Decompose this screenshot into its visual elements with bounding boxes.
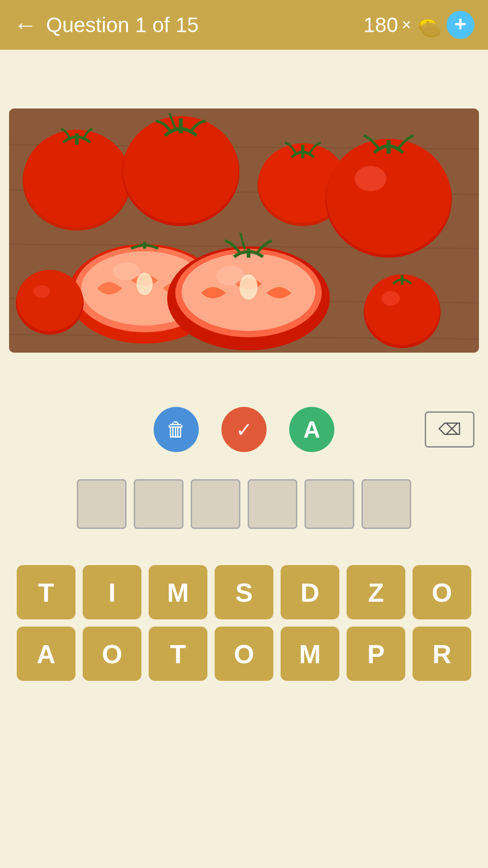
letter-btn-I-0[interactable]: I xyxy=(83,565,141,619)
header-right: 180 × $ + xyxy=(363,11,474,39)
letter-btn-A-1[interactable]: A xyxy=(17,627,75,681)
letter-btn-R-1[interactable]: R xyxy=(413,627,471,681)
question-image xyxy=(9,108,479,353)
check-button[interactable]: ✓ xyxy=(221,407,267,452)
header: ← Question 1 of 15 180 × $ + xyxy=(0,0,488,50)
letter-row-2: AOTOMPR xyxy=(17,627,471,681)
check-icon: ✓ xyxy=(236,418,253,441)
svg-point-38 xyxy=(365,274,440,345)
letter-btn-M-0[interactable]: M xyxy=(149,565,207,619)
letter-btn-T-1[interactable]: T xyxy=(149,627,207,681)
hint-letter: A xyxy=(303,416,320,443)
letter-btn-D-0[interactable]: D xyxy=(281,565,339,619)
letter-row-1: TIMSDZO xyxy=(17,565,471,619)
letter-btn-M-1[interactable]: M xyxy=(281,627,339,681)
trash-button[interactable]: 🗑 xyxy=(154,407,199,452)
letter-btn-Z-0[interactable]: Z xyxy=(347,565,405,619)
header-left: ← Question 1 of 15 xyxy=(14,13,199,37)
answer-box-5 xyxy=(305,479,354,529)
letter-btn-S-0[interactable]: S xyxy=(215,565,273,619)
answer-box-6 xyxy=(361,479,411,529)
letter-btn-T-0[interactable]: T xyxy=(17,565,75,619)
svg-point-7 xyxy=(422,25,441,36)
delete-button[interactable]: ⌫ xyxy=(425,411,474,448)
svg-point-42 xyxy=(17,270,83,331)
letter-btn-O-1[interactable]: O xyxy=(83,627,141,681)
coins-multiplier: × xyxy=(402,15,411,34)
answer-box-2 xyxy=(134,479,183,529)
letter-btn-P-1[interactable]: P xyxy=(347,627,405,681)
delete-icon: ⌫ xyxy=(438,420,461,439)
letter-grid: TIMSDZO AOTOMPR xyxy=(0,565,488,681)
letter-btn-O-1[interactable]: O xyxy=(215,627,273,681)
svg-point-43 xyxy=(33,285,50,298)
answer-box-1 xyxy=(77,479,127,529)
controls-area: 🗑 ✓ A ⌫ xyxy=(0,407,488,452)
answer-box-4 xyxy=(248,479,297,529)
svg-point-44 xyxy=(113,262,140,280)
coins-display: 180 × $ xyxy=(363,12,441,38)
coins-count: 180 xyxy=(363,13,398,37)
letter-btn-O-0[interactable]: O xyxy=(413,565,471,619)
svg-point-25 xyxy=(355,166,386,191)
hint-button[interactable]: A xyxy=(289,407,334,452)
coin-icon: $ xyxy=(415,12,441,38)
back-button[interactable]: ← xyxy=(14,13,37,37)
question-title: Question 1 of 15 xyxy=(46,13,199,37)
svg-point-45 xyxy=(216,266,245,286)
trash-icon: 🗑 xyxy=(166,418,186,441)
svg-point-24 xyxy=(326,139,451,255)
add-coins-button[interactable]: + xyxy=(446,11,474,39)
svg-point-39 xyxy=(382,291,400,306)
svg-point-30 xyxy=(136,273,153,295)
answer-boxes xyxy=(0,479,488,529)
answer-box-3 xyxy=(191,479,240,529)
